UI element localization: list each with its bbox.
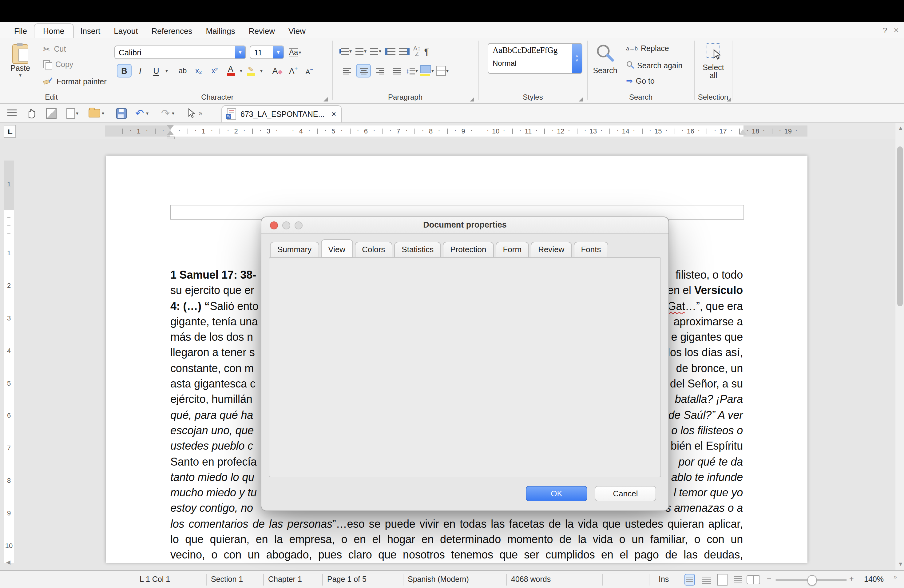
style-picker[interactable]: AaBbCcDdEeFfGg Normal ˄˅ — [488, 43, 582, 74]
ok-button[interactable]: OK — [526, 486, 587, 501]
columns-view-icon[interactable] — [733, 574, 743, 586]
search-button[interactable]: Search — [592, 43, 619, 75]
save-icon[interactable] — [114, 106, 128, 120]
highlight-chevron-icon[interactable]: ▾ — [260, 68, 262, 74]
strikethrough-button[interactable]: ab — [175, 64, 190, 77]
vertical-scrollbar[interactable]: ▲ ▼ — [895, 123, 904, 570]
zoom-level-status[interactable]: 140% — [864, 575, 884, 584]
align-left-button[interactable] — [340, 64, 354, 77]
increase-indent-icon[interactable] — [385, 47, 395, 54]
styles-dialog-launcher-icon[interactable] — [579, 97, 583, 101]
replace-button[interactable]: a→b Replace — [626, 44, 669, 53]
book-view-icon[interactable] — [747, 575, 760, 584]
sort-icon[interactable]: A↕Z — [413, 46, 420, 57]
underline-button[interactable]: U — [149, 64, 164, 77]
print-preview-icon[interactable] — [44, 106, 58, 120]
grow-font-button[interactable]: A+ — [286, 64, 301, 77]
menu-tab[interactable]: Home — [34, 24, 73, 38]
character-dialog-launcher-icon[interactable] — [324, 97, 328, 101]
subscript-button[interactable]: x₂ — [191, 64, 206, 77]
chevron-down-icon[interactable]: ▾ — [235, 46, 245, 58]
clear-formatting-button[interactable]: A◆ — [270, 64, 285, 77]
scroll-left-icon[interactable]: ◀ — [6, 559, 11, 565]
goto-button[interactable]: ⇒ Go to — [626, 76, 654, 85]
underline-menu-chevron-icon[interactable]: ▾ — [166, 68, 168, 74]
dialog-tab[interactable]: Protection — [443, 242, 493, 258]
dialog-tab[interactable]: Form — [495, 242, 529, 258]
scroll-down-icon[interactable]: ▼ — [898, 561, 903, 567]
dialog-tab[interactable]: Statistics — [394, 242, 441, 258]
cancel-button[interactable]: Cancel — [595, 486, 656, 501]
borders-button[interactable]: ▾ — [436, 66, 449, 76]
shrink-font-button[interactable]: A− — [302, 64, 317, 77]
font-color-chevron-icon[interactable]: ▾ — [240, 68, 242, 74]
cut-button[interactable]: ✂ Cut — [43, 44, 66, 54]
decrease-indent-icon[interactable] — [399, 47, 409, 54]
open-file-icon[interactable] — [87, 106, 101, 120]
menu-tab[interactable]: Mailings — [199, 24, 242, 38]
undo-chevron-icon[interactable]: ▾ — [144, 106, 150, 120]
superscript-button[interactable]: x² — [207, 64, 222, 77]
tab-stop-selector[interactable]: L — [4, 125, 16, 138]
font-size-select[interactable]: 11 ▾ — [250, 46, 284, 59]
page-number-status[interactable]: Page 1 of 5 — [327, 575, 367, 584]
dialog-titlebar[interactable]: Document properties — [261, 217, 669, 234]
bullet-list-button[interactable]: ▾ — [341, 47, 352, 54]
zoom-in-icon[interactable]: + — [849, 574, 854, 583]
menu-tab[interactable]: Review — [242, 24, 282, 38]
font-name-select[interactable]: Calibri ▾ — [114, 46, 246, 59]
dialog-tab[interactable]: Fonts — [574, 242, 608, 258]
formatting-marks-icon[interactable]: ¶ — [424, 46, 429, 56]
redo-chevron-icon[interactable]: ▾ — [170, 106, 176, 120]
line-spacing-button[interactable]: ↕▾ — [406, 67, 418, 74]
font-color-button[interactable]: A — [223, 64, 238, 77]
select-all-button[interactable]: Selectall — [699, 43, 728, 80]
paragraph-dialog-launcher-icon[interactable] — [470, 97, 474, 101]
insert-mode-status[interactable]: Ins — [659, 575, 669, 584]
cursor-tool-icon[interactable] — [185, 106, 198, 120]
paste-button[interactable]: Paste ▾ — [6, 43, 35, 78]
change-case-button[interactable]: Aa ▾ — [289, 46, 301, 59]
open-file-chevron-icon[interactable]: ▾ — [100, 106, 106, 120]
menu-tab[interactable]: Layout — [107, 24, 144, 38]
search-again-button[interactable]: Search again — [626, 60, 682, 71]
status-overflow-icon[interactable]: » — [893, 573, 897, 580]
sidebar-icon[interactable] — [5, 106, 19, 120]
align-center-button[interactable] — [356, 64, 371, 77]
toolbar-overflow-icon[interactable]: » — [197, 106, 204, 120]
chevron-down-icon[interactable]: ▾ — [273, 46, 283, 58]
dialog-tab[interactable]: View — [321, 239, 353, 258]
blank-page-view-icon[interactable] — [717, 574, 727, 586]
scroll-up-icon[interactable]: ▲ — [898, 125, 903, 131]
italic-button[interactable]: I — [133, 64, 148, 77]
menu-tab[interactable]: File — [7, 24, 34, 38]
dialog-tab[interactable]: Colors — [354, 242, 392, 258]
menu-tab[interactable]: References — [144, 24, 199, 38]
style-spinner[interactable]: ˄˅ — [572, 44, 582, 73]
zoom-slider-thumb[interactable] — [808, 575, 817, 586]
zoom-out-icon[interactable]: − — [767, 574, 771, 583]
outline-list-button[interactable]: ▾ — [370, 47, 381, 54]
right-indent-marker[interactable] — [739, 129, 747, 135]
single-page-view-icon[interactable] — [684, 574, 695, 586]
dialog-tab[interactable]: Review — [531, 242, 572, 258]
hand-tool-icon[interactable] — [25, 106, 38, 120]
ribbon-collapse-icon[interactable]: ✕ — [893, 26, 904, 34]
new-document-chevron-icon[interactable]: ▾ — [74, 106, 80, 120]
highlight-color-button[interactable]: ✎ — [243, 64, 258, 77]
tab-close-icon[interactable]: ✕ — [331, 111, 337, 117]
menu-tab[interactable]: Insert — [73, 24, 107, 38]
copy-button[interactable]: Copy — [43, 60, 73, 69]
menu-tab[interactable]: View — [282, 24, 312, 38]
paragraph-background-button[interactable]: ▾ — [420, 65, 434, 76]
scrollbar-thumb[interactable] — [897, 146, 902, 306]
numbered-list-button[interactable]: ▾ — [356, 47, 367, 54]
word-count-status[interactable]: 4068 words — [511, 575, 551, 584]
justify-button[interactable] — [389, 64, 404, 77]
bold-button[interactable]: B — [117, 64, 131, 77]
indent-marker[interactable] — [167, 125, 174, 135]
ribbon-expand-icon[interactable] — [727, 97, 731, 101]
help-icon[interactable]: ? — [877, 25, 893, 35]
dialog-tab[interactable]: Summary — [270, 242, 319, 258]
document-tab[interactable]: W 673_LA_ESPONTANE... ✕ — [221, 105, 342, 122]
